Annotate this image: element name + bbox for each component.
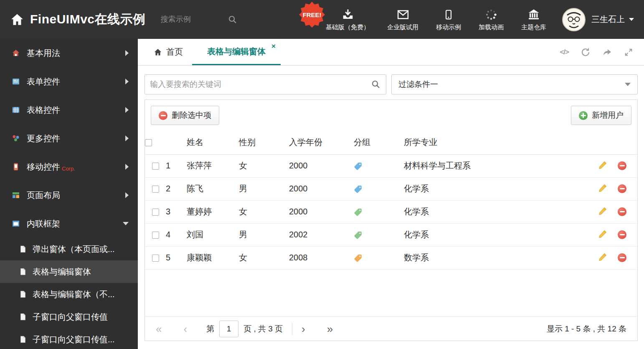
next-page-button[interactable]: › <box>302 324 305 334</box>
mobile-icon <box>443 8 454 21</box>
sidebar-subitem-label: 子窗口向父窗口传值 <box>33 311 108 323</box>
cell-gender: 男 <box>239 177 289 200</box>
filter-dropdown-value: 过滤条件一 <box>398 79 438 90</box>
header-nav: FREE! 基础版（免费） 企业版试用 移动示例 加载动画 <box>326 8 546 31</box>
nav-mobile-demo[interactable]: 移动示例 <box>436 8 461 31</box>
row-checkbox[interactable] <box>152 232 159 239</box>
sidebar-item-basic-usage[interactable]: 基本用法 <box>0 39 138 67</box>
app-header: FineUIMvc在线示例 FREE! 基础版（免费） 企业版试用 <box>0 0 644 39</box>
major-link[interactable]: 化学系 <box>404 207 429 216</box>
header-search-input[interactable] <box>161 15 223 24</box>
sidebar-subitem-popup-window[interactable]: 弹出窗体（本页面或... <box>0 238 138 260</box>
prev-page-button[interactable]: ‹ <box>183 324 187 334</box>
search-icon[interactable] <box>228 15 238 25</box>
sidebar-subitem-grid-edit-window-2[interactable]: 表格与编辑窗体（不... <box>0 283 138 306</box>
sidebar-subitem-label: 弹出窗体（本页面或... <box>33 244 115 255</box>
tab-grid-edit-window[interactable]: 表格与编辑窗体 × <box>192 39 281 65</box>
nav-label: 移动示例 <box>436 23 461 31</box>
first-page-button[interactable]: « <box>156 324 162 334</box>
delete-icon[interactable] <box>618 184 626 193</box>
tab-label: 首页 <box>166 46 183 58</box>
share-icon[interactable] <box>602 47 612 57</box>
tag-icon <box>354 207 363 216</box>
edit-icon[interactable] <box>598 231 608 240</box>
nav-theme-repo[interactable]: 主题仓库 <box>521 8 546 31</box>
select-all-checkbox[interactable] <box>145 139 152 146</box>
home-icon <box>154 48 162 56</box>
tab-label: 表格与编辑窗体 <box>207 46 266 57</box>
source-code-icon[interactable]: </> <box>560 48 569 56</box>
sidebar-item-inline-frame[interactable]: 内联框架 <box>0 209 138 238</box>
user-menu[interactable]: 三生石上 <box>591 14 634 25</box>
cell-gender: 女 <box>239 200 289 223</box>
keyword-search-input[interactable] <box>150 80 371 89</box>
cell-name: 董婷婷 <box>187 200 239 223</box>
row-index: 1 <box>166 154 187 177</box>
delete-icon[interactable] <box>618 207 626 216</box>
nav-label: 主题仓库 <box>521 23 546 31</box>
svg-text:FREE!: FREE! <box>303 11 322 18</box>
avatar[interactable] <box>562 8 586 31</box>
chevron-right-icon <box>125 192 129 198</box>
page-suffix-label: 页 , 共 3 页 <box>243 324 283 334</box>
chevron-right-icon <box>125 135 129 141</box>
search-icon[interactable] <box>371 79 381 89</box>
minus-circle-icon <box>159 111 167 120</box>
table-row: 5 康颖颖 女 2008 数学系 <box>145 246 637 269</box>
sidebar-item-grid-controls[interactable]: 表格控件 <box>0 96 138 124</box>
tab-home[interactable]: 首页 <box>145 39 192 65</box>
more-icon <box>12 134 20 143</box>
nav-label: 基础版（免费） <box>326 23 370 31</box>
last-page-button[interactable]: » <box>327 324 333 334</box>
expand-icon[interactable] <box>624 48 633 57</box>
edit-icon[interactable] <box>598 254 608 263</box>
sidebar-subitem-grid-edit-window[interactable]: 表格与编辑窗体 <box>0 260 138 283</box>
header-search <box>161 15 238 25</box>
home-icon[interactable] <box>10 13 24 27</box>
table-row: 1 张萍萍 女 2000 材料科学与工程系 <box>145 154 637 177</box>
major-link[interactable]: 材料科学与工程系 <box>404 161 471 170</box>
page-number-input[interactable] <box>219 321 238 337</box>
sidebar-subitem-child-to-parent-2[interactable]: 子窗口向父窗口传值... <box>0 328 138 349</box>
sidebar-item-form-controls[interactable]: 表单控件 <box>0 67 138 96</box>
sidebar-item-more-controls[interactable]: 更多控件 <box>0 124 138 153</box>
layout-icon <box>12 191 20 199</box>
add-user-button[interactable]: 新增用户 <box>571 106 631 125</box>
edit-icon[interactable] <box>598 185 608 194</box>
chevron-down-icon <box>123 222 129 225</box>
tag-icon <box>354 184 363 193</box>
nav-enterprise-trial[interactable]: 企业版试用 <box>387 8 418 31</box>
nav-loading-animation[interactable]: 加载动画 <box>479 8 504 31</box>
close-icon[interactable]: × <box>271 43 276 50</box>
nav-basic-free[interactable]: FREE! 基础版（免费） <box>326 8 370 31</box>
column-header-major: 所学专业 <box>404 131 583 154</box>
mobile-icon <box>12 163 20 171</box>
delete-selected-button[interactable]: 删除选中项 <box>151 106 219 125</box>
table-header-row: 姓名 性别 入学年份 分组 所学专业 <box>145 131 637 154</box>
sidebar: 基本用法 表单控件 表格控件 更多控件 移动控件 Corp. 页面布局 <box>0 39 138 349</box>
refresh-icon[interactable] <box>581 47 591 57</box>
edit-icon[interactable] <box>598 208 608 217</box>
row-checkbox[interactable] <box>152 255 159 262</box>
row-checkbox[interactable] <box>152 186 159 193</box>
sidebar-item-label: 表单控件 <box>27 76 125 87</box>
column-header-actions <box>583 131 637 154</box>
delete-icon[interactable] <box>618 161 626 170</box>
major-link[interactable]: 化学系 <box>404 230 429 239</box>
sidebar-item-label: 更多控件 <box>27 133 125 144</box>
major-link[interactable]: 数学系 <box>404 253 429 262</box>
sidebar-subitem-label: 表格与编辑窗体 <box>33 266 91 278</box>
row-checkbox[interactable] <box>152 163 159 170</box>
app-title: FineUIMvc在线示例 <box>30 11 146 28</box>
chevron-right-icon <box>125 50 129 56</box>
delete-icon[interactable] <box>618 230 626 239</box>
sidebar-item-mobile-controls[interactable]: 移动控件 Corp. <box>0 153 138 181</box>
sidebar-subitem-child-to-parent[interactable]: 子窗口向父窗口传值 <box>0 306 138 328</box>
filter-dropdown[interactable]: 过滤条件一 <box>391 74 638 94</box>
sidebar-item-page-layout[interactable]: 页面布局 <box>0 181 138 209</box>
delete-icon[interactable] <box>618 253 626 262</box>
row-checkbox[interactable] <box>152 209 159 216</box>
edit-icon[interactable] <box>598 162 608 171</box>
file-icon <box>19 268 27 275</box>
major-link[interactable]: 化学系 <box>404 184 429 193</box>
